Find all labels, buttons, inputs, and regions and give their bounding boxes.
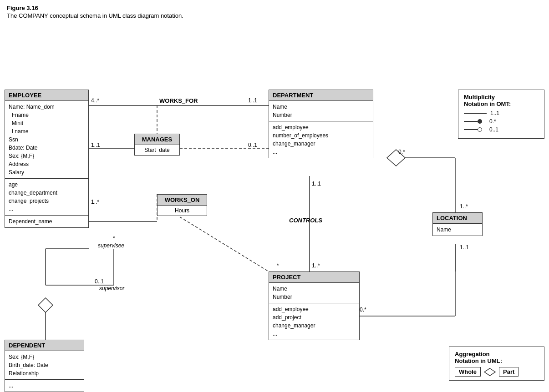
notation-row-3: 0..1: [464, 126, 539, 133]
location-right-top-mult: 1..*: [460, 203, 468, 210]
figure-title: Figure 3.16: [0, 0, 549, 12]
works-on-box: WORKS_ON Hours: [157, 194, 207, 216]
location-right-bottom-mult: 1..1: [460, 244, 469, 251]
filled-circle-icon: [478, 119, 482, 124]
notation-val-1: 1..1: [490, 110, 499, 116]
location-attributes: Name: [433, 224, 482, 236]
notation-row-2: 0.*: [464, 118, 539, 125]
supervise-star: *: [113, 235, 115, 241]
multiplicity-notation-box: Multiplicity Notation in OMT: 1..1 0.* 0…: [458, 90, 544, 139]
manages-box: MANAGES Start_date: [134, 134, 180, 156]
department-methods: add_employee number_of_employees change_…: [269, 121, 373, 158]
svg-marker-14: [38, 298, 53, 312]
employee-methods: age change_department change_projects ..…: [5, 179, 88, 216]
notation-title: Multiplicity Notation in OMT:: [464, 94, 539, 107]
dependent-class: DEPENDENT Sex: {M,F} Birth_date: Date Re…: [5, 340, 84, 392]
whole-box: Whole: [455, 367, 481, 377]
notation-val-2: 0.*: [489, 118, 496, 125]
dependent-methods: ...: [5, 380, 84, 392]
dependent-attributes: Sex: {M,F} Birth_date: Date Relationship: [5, 351, 84, 380]
controls-label: CONTROLS: [289, 217, 322, 224]
works-on-header: WORKS_ON: [158, 195, 207, 206]
aggregation-title: Aggregation Notation in UML:: [455, 351, 539, 364]
manages-right-mult: 0..1: [248, 142, 257, 148]
proj-agg-mult: 0.*: [360, 307, 366, 313]
aggregation-row: Whole Part: [455, 367, 539, 377]
notation-line-dot-filled: [464, 119, 482, 124]
notation-val-3: 0..1: [489, 126, 498, 133]
notation-row-1: 1..1: [464, 110, 539, 116]
employee-class: EMPLOYEE Name: Name_dom Fname Minit Lnam…: [5, 90, 89, 228]
works-on-body: Hours: [158, 206, 207, 216]
project-methods: add_employee add_project change_manager …: [269, 303, 359, 340]
employee-dependent-name: Dependent_name: [5, 216, 88, 227]
open-circle-icon: [478, 127, 482, 132]
notation-line-1: [464, 113, 487, 114]
supervise-bottom-mult: 0..1: [95, 278, 104, 285]
employee-attributes: Name: Name_dom Fname Minit Lname Ssn Bda…: [5, 101, 88, 179]
manages-body: Start_date: [135, 145, 179, 155]
aggregation-notation-box: Aggregation Notation in UML: Whole Part: [449, 347, 544, 381]
supervisee-label: supervisee: [98, 242, 124, 249]
location-header: LOCATION: [433, 213, 482, 224]
manages-left-mult: 1..1: [91, 142, 100, 148]
project-attributes: Name Number: [269, 283, 359, 303]
works-for-right-mult: 1..1: [248, 97, 257, 104]
dept-project-bottom-mult: 1..*: [312, 262, 320, 269]
svg-marker-23: [484, 368, 495, 376]
department-attributes: Name Number: [269, 101, 373, 121]
location-top-mult: 0.*: [398, 149, 405, 155]
department-header: DEPARTMENT: [269, 90, 373, 101]
supervisor-label: supervisor: [99, 285, 124, 291]
location-class: LOCATION Name: [432, 212, 483, 236]
project-star-mult: *: [277, 262, 279, 269]
part-box: Part: [499, 367, 518, 377]
figure-caption: The COMPANY conceptual schema in UML cla…: [0, 12, 549, 24]
works-for-left-mult: 4..*: [91, 97, 99, 104]
dept-project-top-mult: 1..1: [312, 181, 321, 187]
department-class: DEPARTMENT Name Number add_employee numb…: [269, 90, 373, 158]
supervise-top-mult: 1..*: [91, 199, 99, 205]
diamond-icon: [483, 367, 496, 377]
employee-header: EMPLOYEE: [5, 90, 88, 101]
dependent-header: DEPENDENT: [5, 340, 84, 351]
svg-line-11: [180, 217, 269, 271]
works-for-label: WORKS_FOR: [159, 97, 198, 104]
notation-line-dot-open: [464, 127, 482, 132]
project-class: PROJECT Name Number add_employee add_pro…: [269, 271, 360, 340]
manages-header: MANAGES: [135, 134, 179, 145]
project-header: PROJECT: [269, 272, 359, 283]
